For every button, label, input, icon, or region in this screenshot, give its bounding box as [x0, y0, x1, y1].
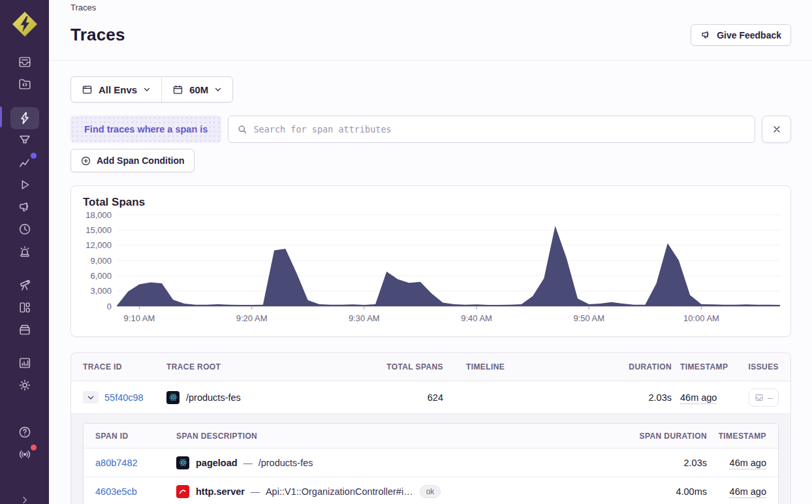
trace-timestamp[interactable]: 46m ago: [680, 392, 717, 403]
search-box: [228, 116, 755, 143]
svg-text:9,000: 9,000: [90, 256, 112, 266]
trace-issues-count: –: [768, 392, 773, 403]
col-trace-id: Trace ID: [83, 362, 166, 371]
sidebar-nav: [10, 51, 39, 504]
sidebar-item-dashboards[interactable]: [10, 296, 39, 319]
col-issues: Issues: [749, 362, 779, 371]
span-duration-value: 2.03s: [684, 458, 707, 468]
col-total-spans: Total Spans: [386, 362, 443, 371]
whats-new-notification-dot: [31, 445, 37, 450]
span-row: 4603e5cb http.server — Api::V1::Organiza…: [84, 477, 778, 504]
environment-selector[interactable]: All Envs: [71, 77, 161, 102]
traces-table: Trace ID Trace Root Total Spans Timeline…: [70, 353, 791, 504]
svg-text:0: 0: [107, 302, 112, 311]
total-spans-chart: 03,0006,0009,00012,00015,00018,0009:10 A…: [83, 210, 780, 328]
svg-text:9:50 AM: 9:50 AM: [573, 313, 604, 323]
metrics-notification-dot: [31, 153, 37, 159]
react-icon: [166, 391, 180, 404]
trace-root-value: /products-fes: [186, 392, 241, 403]
sidebar-item-stats[interactable]: [10, 352, 39, 374]
trace-id-link[interactable]: 55f40c98: [104, 392, 144, 403]
span-op: http.server: [196, 486, 245, 497]
col-span-timestamp: Timestamp: [719, 432, 766, 441]
layout-icon: [18, 300, 32, 315]
expanded-trace-section: Span ID Span Description Span Duration T…: [71, 414, 790, 504]
close-icon: [772, 124, 782, 134]
span-id-link[interactable]: a80b7482: [95, 458, 176, 468]
header-divider: [49, 60, 812, 61]
line-chart-icon: [18, 155, 32, 170]
span-status-badge: ok: [420, 485, 441, 498]
clear-search-button[interactable]: [762, 116, 791, 143]
sidebar-collapse-button[interactable]: [10, 489, 39, 504]
give-feedback-label: Give Feedback: [717, 30, 781, 40]
sidebar-item-alerts[interactable]: [10, 240, 39, 262]
svg-text:9:40 AM: 9:40 AM: [461, 313, 492, 323]
sidebar-item-crons[interactable]: [10, 218, 39, 240]
time-range-selector[interactable]: 60M: [162, 77, 232, 102]
page-filter-bar: All Envs 60M: [70, 76, 233, 102]
environment-value: All Envs: [99, 84, 137, 95]
sidebar-item-feedback[interactable]: [10, 196, 39, 218]
sidebar-item-metrics[interactable]: [10, 151, 39, 174]
app-logo[interactable]: [11, 10, 39, 38]
total-spans-value: 624: [428, 392, 443, 403]
chevron-down-icon: [143, 86, 151, 93]
chevron-down-icon: [214, 86, 222, 93]
calendar-icon: [172, 84, 183, 95]
sidebar-item-projects[interactable]: [10, 73, 39, 95]
svg-text:12,000: 12,000: [86, 240, 112, 250]
ruby-icon: [176, 485, 189, 498]
window-icon: [82, 84, 93, 95]
sidebar-item-profiling[interactable]: [10, 129, 39, 151]
react-icon: [176, 456, 189, 469]
stats-chart-icon: [18, 356, 32, 370]
add-span-condition-button[interactable]: Add Span Condition: [70, 149, 195, 172]
hopper-icon: [18, 133, 32, 148]
dash-separator: —: [243, 458, 253, 468]
sidebar-item-releases[interactable]: [10, 319, 39, 341]
svg-text:15,000: 15,000: [86, 225, 112, 235]
col-span-duration: Span Duration: [640, 432, 707, 441]
archive-box-icon: [18, 323, 32, 337]
total-spans-panel: Total Spans 03,0006,0009,00012,00015,000…: [70, 185, 791, 337]
page-title: Traces: [70, 25, 125, 45]
col-trace-root: Trace Root: [166, 362, 398, 371]
span-id-link[interactable]: 4603e5cb: [95, 486, 176, 497]
active-nav-indicator: [0, 106, 2, 127]
trace-issues-button[interactable]: –: [749, 388, 779, 407]
sidebar-item-replays[interactable]: [10, 174, 39, 196]
lightning-icon: [18, 111, 32, 125]
search-input[interactable]: [253, 124, 746, 134]
svg-text:9:20 AM: 9:20 AM: [236, 313, 268, 323]
search-icon: [237, 124, 247, 134]
clock-icon: [18, 222, 32, 236]
col-timestamp: Timestamp: [672, 362, 745, 371]
breadcrumb[interactable]: Traces: [70, 3, 791, 12]
sidebar-item-explore[interactable]: [10, 107, 39, 129]
add-span-condition-label: Add Span Condition: [97, 155, 185, 166]
sidebar-item-whats-new[interactable]: [10, 443, 39, 465]
col-span-id: Span ID: [95, 432, 176, 441]
sidebar-item-settings[interactable]: [10, 374, 39, 396]
sidebar-item-issues[interactable]: [10, 51, 39, 73]
issues-icon: [18, 55, 32, 69]
traces-table-header: Trace ID Trace Root Total Spans Timeline…: [71, 353, 790, 381]
trace-search-row: Find traces where a span is: [70, 116, 791, 143]
time-range-value: 60M: [189, 84, 208, 95]
span-op: pageload: [196, 458, 238, 468]
siren-icon: [18, 244, 32, 259]
sidebar-item-discover[interactable]: [10, 274, 39, 296]
code-folder-icon: [18, 77, 32, 91]
col-timeline: Timeline: [443, 362, 623, 371]
span-row: a80b7482 pageload — /products-fes 2.03s: [84, 449, 778, 477]
span-timestamp[interactable]: 46m ago: [730, 486, 766, 497]
col-span-description: Span Description: [176, 432, 456, 441]
give-feedback-button[interactable]: Give Feedback: [691, 24, 791, 46]
span-timestamp[interactable]: 46m ago: [730, 458, 766, 468]
col-duration: Duration: [629, 362, 672, 371]
sidebar-item-help[interactable]: [10, 421, 39, 443]
app-logo-icon: [11, 10, 39, 38]
trace-row: 55f40c98 /products-fes 624 2.03s 46m ago…: [71, 381, 790, 414]
collapse-trace-button[interactable]: [83, 391, 99, 403]
